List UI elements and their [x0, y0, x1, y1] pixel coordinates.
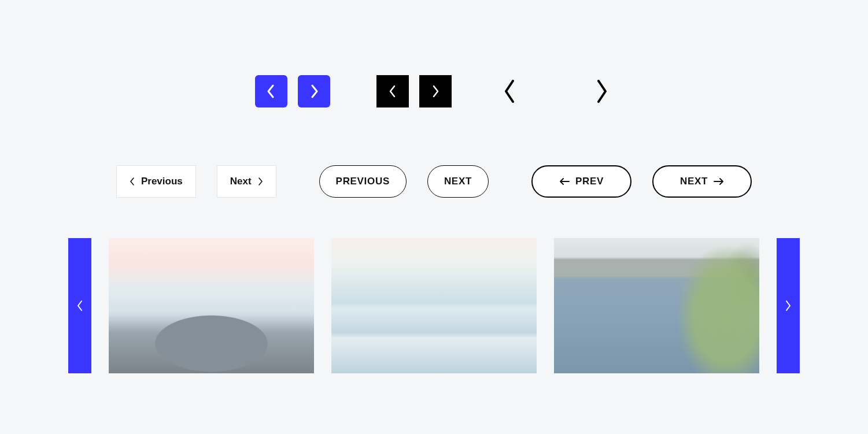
labeled-button-row: Previous Next PREVIOUS NEXT PREV NEXT: [0, 165, 868, 198]
thick-pill-button-pair: PREV NEXT: [531, 165, 752, 198]
chevron-left-icon: [130, 177, 135, 186]
arrow-right-icon: [714, 177, 724, 186]
next-button-bare[interactable]: [590, 75, 614, 107]
arrow-left-icon: [559, 177, 570, 186]
carousel-next-button[interactable]: [777, 238, 800, 373]
pill-button-pair: PREVIOUS NEXT: [319, 165, 489, 198]
carousel-slides: [109, 238, 759, 373]
next-button-rect[interactable]: Next: [217, 165, 276, 198]
carousel-slide: [109, 238, 314, 373]
next-button-blue[interactable]: [298, 75, 330, 107]
previous-button-rect[interactable]: Previous: [116, 165, 196, 198]
chevron-left-icon: [388, 84, 397, 99]
next-button-pill[interactable]: NEXT: [427, 165, 489, 198]
chevron-left-icon: [266, 83, 276, 99]
button-label: NEXT: [444, 176, 472, 187]
prev-button-bare[interactable]: [498, 75, 521, 107]
carousel-prev-button[interactable]: [68, 238, 91, 373]
chevron-left-icon: [501, 77, 518, 105]
chevron-right-icon: [257, 177, 263, 186]
black-square-group: [376, 75, 452, 107]
icon-button-row: [0, 75, 868, 107]
button-label: PREVIOUS: [336, 176, 390, 187]
prev-button-black[interactable]: [376, 75, 409, 107]
next-button-thick-pill[interactable]: NEXT: [652, 165, 752, 198]
next-button-black[interactable]: [419, 75, 452, 107]
chevron-right-icon: [431, 84, 440, 99]
prev-button-thick-pill[interactable]: PREV: [531, 165, 631, 198]
chevron-right-icon: [594, 77, 610, 105]
chevron-right-icon: [309, 83, 319, 99]
bare-chevron-group: [498, 75, 614, 107]
carousel-slide: [554, 238, 759, 373]
rect-button-pair: Previous Next: [116, 165, 276, 198]
button-label: Previous: [141, 176, 183, 187]
chevron-right-icon: [784, 299, 792, 312]
image-carousel: [68, 238, 800, 373]
chevron-left-icon: [76, 299, 84, 312]
previous-button-pill[interactable]: PREVIOUS: [319, 165, 407, 198]
button-label: Next: [230, 176, 252, 187]
blue-square-group: [255, 75, 330, 107]
button-label: PREV: [575, 176, 604, 187]
prev-button-blue[interactable]: [255, 75, 287, 107]
button-label: NEXT: [680, 176, 708, 187]
carousel-slide: [331, 238, 537, 373]
nav-button-showcase: Previous Next PREVIOUS NEXT PREV NEXT: [0, 0, 868, 434]
